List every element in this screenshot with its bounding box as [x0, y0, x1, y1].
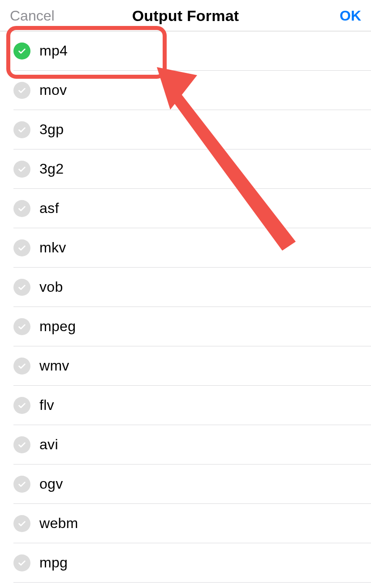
page-title: Output Format	[73, 7, 298, 25]
format-label: ogv	[39, 476, 63, 492]
format-row-flv[interactable]: flv	[13, 386, 371, 425]
format-row-mp4[interactable]: mp4	[13, 31, 371, 71]
format-label: mpeg	[39, 318, 76, 335]
navbar: Cancel Output Format OK	[0, 0, 371, 31]
format-row-ogv[interactable]: ogv	[13, 464, 371, 504]
ok-button[interactable]: OK	[340, 8, 361, 24]
format-label: mpg	[39, 554, 68, 571]
format-label: avi	[39, 436, 58, 453]
checkmark-icon	[13, 554, 30, 571]
checkmark-icon	[13, 358, 30, 375]
format-row-wmv[interactable]: wmv	[13, 346, 371, 386]
format-row-webm[interactable]: webm	[13, 504, 371, 543]
checkmark-icon	[13, 82, 30, 99]
format-label: mp4	[39, 43, 68, 59]
format-label: 3gp	[39, 121, 64, 138]
format-label: webm	[39, 515, 78, 532]
format-row-mpeg[interactable]: mpeg	[13, 307, 371, 346]
checkmark-icon	[13, 436, 30, 453]
checkmark-icon	[13, 515, 30, 532]
checkmark-icon	[13, 239, 30, 256]
format-label: asf	[39, 200, 59, 217]
checkmark-icon	[13, 318, 30, 335]
format-row-vob[interactable]: vob	[13, 268, 371, 307]
format-row-asf[interactable]: asf	[13, 189, 371, 228]
format-row-mpg[interactable]: mpg	[13, 543, 371, 583]
format-label: 3g2	[39, 161, 64, 177]
checkmark-icon	[13, 279, 30, 296]
format-label: mkv	[39, 239, 66, 256]
format-label: vob	[39, 279, 63, 295]
format-row-mov[interactable]: mov	[13, 71, 371, 110]
cancel-button[interactable]: Cancel	[10, 8, 55, 24]
format-row-3g2[interactable]: 3g2	[13, 149, 371, 189]
checkmark-icon	[13, 476, 30, 493]
format-list: mp4 mov 3gp 3g2 asf mkv vob	[0, 31, 371, 583]
checkmark-icon	[13, 161, 30, 178]
format-row-mkv[interactable]: mkv	[13, 228, 371, 268]
format-label: mov	[39, 82, 67, 98]
checkmark-icon	[13, 43, 30, 60]
checkmark-icon	[13, 121, 30, 138]
checkmark-icon	[13, 200, 30, 217]
format-row-3gp[interactable]: 3gp	[13, 110, 371, 149]
format-label: wmv	[39, 358, 69, 374]
format-label: flv	[39, 397, 54, 413]
format-row-avi[interactable]: avi	[13, 425, 371, 464]
checkmark-icon	[13, 397, 30, 414]
